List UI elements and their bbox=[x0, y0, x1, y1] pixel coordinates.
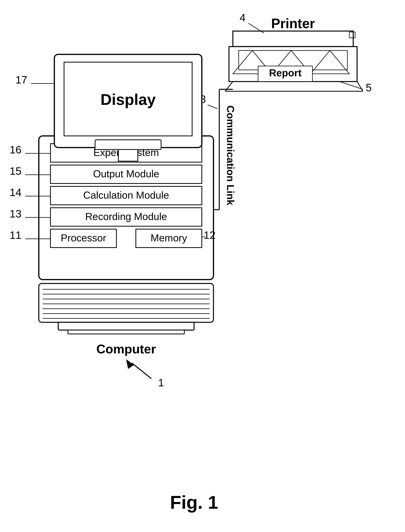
computer-label: Computer bbox=[96, 342, 156, 356]
output-module-label: Output Module bbox=[93, 168, 159, 179]
svg-line-46 bbox=[132, 363, 151, 379]
ref-1: 1 bbox=[158, 377, 164, 389]
processor-label: Processor bbox=[61, 232, 106, 244]
recording-module-label: Recording Module bbox=[85, 211, 167, 222]
figure-title: Fig. 1 bbox=[170, 492, 218, 512]
ref-5: 5 bbox=[366, 82, 372, 94]
ref-16: 16 bbox=[9, 144, 21, 156]
svg-line-4 bbox=[357, 82, 363, 91]
display-label: Display bbox=[101, 91, 156, 108]
svg-rect-37 bbox=[95, 140, 161, 150]
ref-11: 11 bbox=[9, 229, 21, 241]
svg-rect-32 bbox=[58, 322, 194, 330]
svg-rect-0 bbox=[233, 31, 353, 47]
svg-line-16 bbox=[208, 105, 217, 109]
svg-rect-33 bbox=[68, 330, 184, 334]
ref-4: 4 bbox=[240, 12, 246, 24]
memory-label: Memory bbox=[151, 232, 187, 244]
ref-12: 12 bbox=[203, 229, 216, 241]
calculation-module-label: Calculation Module bbox=[83, 190, 169, 201]
diagram-container: Report Printer 4 5 Communication Link 18… bbox=[0, 0, 405, 532]
printer-label: Printer bbox=[271, 16, 315, 31]
ref-13: 13 bbox=[9, 208, 21, 220]
ref-14: 14 bbox=[9, 186, 21, 198]
communication-link-label: Communication Link bbox=[225, 105, 236, 205]
report-label: Report bbox=[269, 67, 302, 78]
ref-17: 17 bbox=[15, 74, 27, 86]
ref-15: 15 bbox=[9, 165, 21, 177]
